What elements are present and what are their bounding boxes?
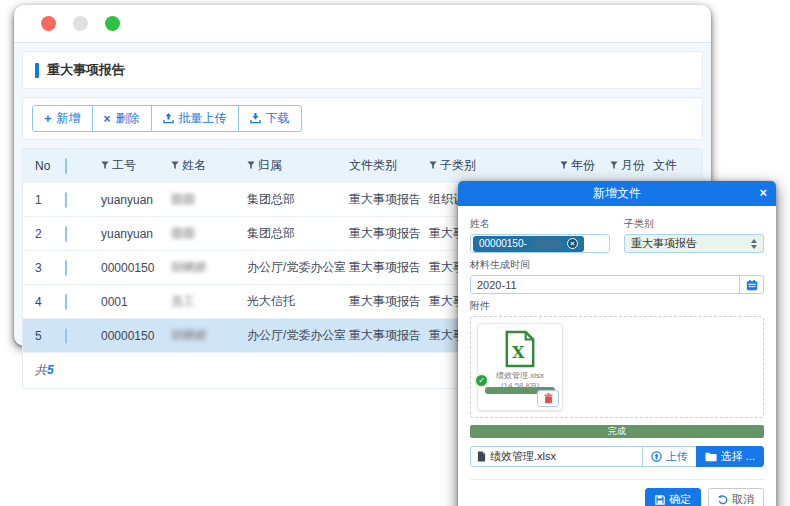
chosen-file-display: 绩效管理.xlsx <box>470 446 643 467</box>
header-emp-id[interactable]: 工号 <box>97 149 167 183</box>
attachment-dropzone[interactable]: X 绩效管理.xlsx (14.58 KB) ✓ <box>470 316 764 418</box>
modal-footer: 确定 取消 <box>470 479 764 506</box>
name-tag-prefix: 00000150- <box>479 238 527 250</box>
cell-category: 重大事项报告 <box>345 285 425 319</box>
date-input-group: 2020-11 <box>470 275 764 294</box>
cell-emp-id: yuanyuan <box>97 183 167 217</box>
filter-icon <box>610 161 618 170</box>
upload-progress-label: 完成 <box>608 425 626 438</box>
cancel-button-label: 取消 <box>732 492 754 506</box>
filter-icon <box>247 161 255 170</box>
header-name[interactable]: 姓名 <box>167 149 243 183</box>
choose-file-button[interactable]: 选择 ... <box>696 446 764 467</box>
cell-org: 办公厅/党委办公室 <box>243 251 345 285</box>
zoom-window-dot[interactable] <box>105 16 120 31</box>
header-no: No <box>23 149 61 183</box>
confirm-button[interactable]: 确定 <box>645 488 701 506</box>
toolbar-button-group: + 新增 × 删除 批量上传 下载 <box>32 105 302 132</box>
date-input[interactable]: 2020-11 <box>471 276 739 293</box>
date-field-label: 材料生成时间 <box>470 258 764 272</box>
cell-org: 集团总部 <box>243 217 345 251</box>
close-icon[interactable]: × <box>759 184 767 202</box>
header-category: 文件类别 <box>345 149 425 183</box>
document-icon <box>477 451 486 462</box>
row-checkbox[interactable] <box>65 328 67 344</box>
filter-icon <box>429 161 437 170</box>
plus-icon: + <box>44 112 52 125</box>
batch-upload-label: 批量上传 <box>179 110 227 127</box>
upload-circle-icon <box>651 451 662 462</box>
folder-icon <box>705 452 717 462</box>
chosen-file-name: 绩效管理.xlsx <box>490 449 556 464</box>
add-button-label: 新增 <box>57 110 81 127</box>
modal-body: 姓名 00000150-胡晓娇 × 子类别 重大事项报告 材料生成时间 2020… <box>458 206 776 506</box>
name-tag: 00000150-胡晓娇 × <box>473 236 584 252</box>
uploaded-file-card: X 绩效管理.xlsx (14.58 KB) ✓ <box>477 323 563 411</box>
file-card-name: 绩效管理.xlsx <box>482 370 558 381</box>
download-icon <box>250 113 261 124</box>
minimize-window-dot[interactable] <box>73 16 88 31</box>
upload-icon <box>163 113 174 124</box>
cell-name: 胡晓娇 <box>171 260 207 274</box>
cell-category: 重大事项报告 <box>345 251 425 285</box>
row-checkbox[interactable] <box>65 192 67 208</box>
upload-progress-bar: 完成 <box>470 425 764 438</box>
title-accent-bar <box>35 63 39 78</box>
name-field-label: 姓名 <box>470 217 610 231</box>
excel-file-icon: X <box>504 330 536 368</box>
page-title: 重大事项报告 <box>47 61 125 79</box>
row-checkbox[interactable] <box>65 226 67 242</box>
select-spinner-icon <box>751 239 757 249</box>
delete-button[interactable]: × 删除 <box>92 105 152 132</box>
subcategory-select[interactable]: 重大事项报告 <box>624 234 764 253</box>
undo-icon <box>718 495 728 505</box>
header-month[interactable]: 月份 <box>606 149 649 183</box>
cell-category: 重大事项报告 <box>345 183 425 217</box>
download-button[interactable]: 下载 <box>238 105 302 132</box>
cell-category: 重大事项报告 <box>345 217 425 251</box>
batch-upload-button[interactable]: 批量上传 <box>151 105 239 132</box>
cell-no: 3 <box>23 251 61 285</box>
cell-name: 员工 <box>171 294 195 308</box>
delete-button-label: 删除 <box>116 110 140 127</box>
window-titlebar <box>14 5 711 43</box>
confirm-button-label: 确定 <box>669 492 691 506</box>
cancel-button[interactable]: 取消 <box>708 488 764 506</box>
cell-no: 2 <box>23 217 61 251</box>
close-window-dot[interactable] <box>41 16 56 31</box>
add-file-modal: 新增文件 × 姓名 00000150-胡晓娇 × 子类别 重大事项报告 <box>458 181 776 506</box>
cell-emp-id: 0001 <box>97 285 167 319</box>
modal-header: 新增文件 × <box>458 181 776 206</box>
save-icon <box>655 495 665 505</box>
attachment-field-label: 附件 <box>470 299 764 313</box>
cell-org: 光大信托 <box>243 285 345 319</box>
cell-no: 5 <box>23 319 61 353</box>
name-input[interactable]: 00000150-胡晓娇 × <box>470 234 610 253</box>
cell-emp-id: 00000150 <box>97 251 167 285</box>
modal-title: 新增文件 <box>593 185 641 202</box>
header-file: 文件 <box>649 149 702 183</box>
filter-icon <box>101 161 109 170</box>
delete-file-button[interactable] <box>537 390 559 407</box>
cell-no: 1 <box>23 183 61 217</box>
header-subcategory[interactable]: 子类别 <box>425 149 556 183</box>
header-org[interactable]: 归属 <box>243 149 345 183</box>
upload-file-button[interactable]: 上传 <box>642 446 697 467</box>
remove-tag-icon[interactable]: × <box>567 238 578 249</box>
toolbar: + 新增 × 删除 批量上传 下载 <box>22 97 703 140</box>
add-button[interactable]: + 新增 <box>32 105 93 132</box>
header-select-all <box>61 149 97 183</box>
select-all-checkbox[interactable] <box>65 158 67 174</box>
row-checkbox[interactable] <box>65 294 67 310</box>
cell-name: 胡晓娇 <box>171 328 207 342</box>
svg-text:X: X <box>512 343 525 362</box>
trash-icon <box>544 393 553 404</box>
filter-icon <box>560 161 568 170</box>
header-year[interactable]: 年份 <box>556 149 606 183</box>
row-checkbox[interactable] <box>65 260 67 276</box>
page-title-panel: 重大事项报告 <box>22 51 703 89</box>
download-label: 下载 <box>266 110 290 127</box>
calendar-icon[interactable] <box>739 276 763 293</box>
cell-emp-id: 00000150 <box>97 319 167 353</box>
name-tag-name: 胡晓娇 <box>532 238 562 250</box>
